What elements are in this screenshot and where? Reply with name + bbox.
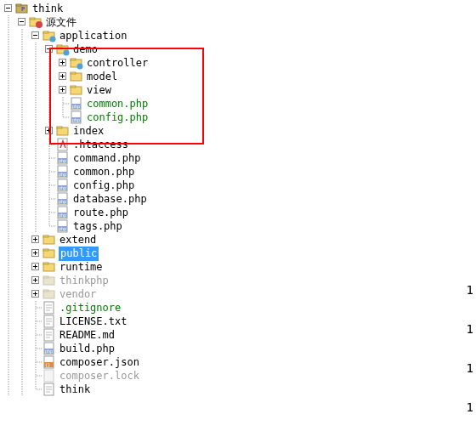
folder-icon <box>42 247 56 260</box>
tree-node-demo-config-php[interactable]: php config.php <box>2 111 476 124</box>
node-label: think <box>59 383 91 397</box>
node-label: composer.json <box>59 355 140 370</box>
svg-rect-117 <box>43 235 48 237</box>
node-label: demo <box>72 43 99 57</box>
json-file-icon: {} <box>42 355 56 369</box>
node-label: config.php <box>86 111 149 125</box>
svg-rect-5 <box>30 18 35 20</box>
tree-node-tags-php[interactable]: php tags.php <box>2 219 476 233</box>
svg-text:P: P <box>21 6 25 13</box>
tree-node-database-php[interactable]: php database.php <box>2 192 476 206</box>
svg-text:php: php <box>45 349 53 354</box>
folder-source-icon <box>70 56 83 70</box>
php-file-icon: php <box>56 151 70 165</box>
tree-node-thinkphp[interactable]: thinkphp <box>2 274 476 287</box>
tree-node-build-php[interactable]: php build.php <box>2 342 476 355</box>
text-file-icon <box>42 315 56 328</box>
expand-icon[interactable] <box>45 127 53 134</box>
svg-rect-133 <box>43 290 48 292</box>
svg-rect-23 <box>71 59 76 60</box>
tree-node-gitignore[interactable]: .gitignore <box>2 301 476 315</box>
tree-node-extend[interactable]: extend <box>2 233 476 247</box>
text-file-icon <box>42 328 56 342</box>
expand-icon[interactable] <box>59 59 66 66</box>
tree-node-source-files[interactable]: 源文件 <box>2 15 476 29</box>
tree-node-common-php[interactable]: php common.php <box>2 165 476 179</box>
tree-node-readme[interactable]: README.md <box>2 328 476 342</box>
folder-icon <box>42 233 56 247</box>
text-file-icon <box>42 383 56 396</box>
expand-icon[interactable] <box>31 290 39 298</box>
line-number-column: 1 1 1 1 <box>467 270 473 427</box>
tree-node-htaccess[interactable]: .htaccess <box>2 138 476 151</box>
tree-node-composer-json[interactable]: {} composer.json <box>2 355 476 369</box>
tree-node-controller[interactable]: controller <box>2 56 476 70</box>
file-ignored-icon <box>42 369 56 383</box>
svg-text:php: php <box>59 199 66 205</box>
node-label: model <box>86 70 118 84</box>
tree-node-demo[interactable]: demo <box>2 43 476 56</box>
node-label: think <box>31 2 64 16</box>
tree-node-application[interactable]: application <box>2 29 476 43</box>
tree-node-route-php[interactable]: php route.php <box>2 206 476 219</box>
collapse-icon[interactable] <box>4 4 12 12</box>
collapse-icon[interactable] <box>31 31 39 39</box>
line-number: 1 <box>467 388 473 427</box>
php-file-icon: php <box>56 179 70 192</box>
expand-icon[interactable] <box>59 72 66 80</box>
tree-node-config-php[interactable]: php config.php <box>2 179 476 192</box>
tree-node-think-file[interactable]: think <box>2 383 476 396</box>
node-label: 源文件 <box>45 15 77 30</box>
node-label: route.php <box>72 206 129 220</box>
expand-icon[interactable] <box>31 263 39 270</box>
folder-source-icon <box>56 43 70 56</box>
expand-icon[interactable] <box>31 249 39 257</box>
svg-rect-30 <box>71 72 76 74</box>
node-label: common.php <box>86 97 149 111</box>
node-label: application <box>59 29 128 43</box>
tree-node-composer-lock[interactable]: composer.lock <box>2 369 476 383</box>
svg-point-6 <box>36 21 42 28</box>
folder-source-icon <box>42 29 56 43</box>
expand-icon[interactable] <box>59 86 66 94</box>
svg-text:php: php <box>59 185 66 191</box>
svg-rect-36 <box>71 86 76 88</box>
expand-icon[interactable] <box>31 235 39 243</box>
project-tree: P think 源文件 application demo controller … <box>0 0 476 396</box>
tree-node-demo-common-php[interactable]: php common.php <box>2 97 476 111</box>
node-label: common.php <box>72 165 135 179</box>
svg-rect-176 <box>44 370 54 382</box>
node-label: command.php <box>72 151 141 166</box>
tree-node-model[interactable]: model <box>2 70 476 83</box>
tree-node-runtime[interactable]: runtime <box>2 260 476 274</box>
tree-node-root[interactable]: P think <box>2 2 476 15</box>
tree-node-vendor[interactable]: vendor <box>2 287 476 301</box>
svg-text:{}: {} <box>45 362 50 367</box>
folder-ignored-icon <box>42 287 56 301</box>
node-label: README.md <box>59 328 116 343</box>
tree-node-public[interactable]: public <box>2 247 476 260</box>
svg-rect-10 <box>43 31 48 33</box>
tree-node-view[interactable]: view <box>2 83 476 97</box>
collapse-icon[interactable] <box>45 45 53 53</box>
svg-text:php: php <box>59 226 66 232</box>
apache-file-icon <box>56 138 70 151</box>
node-label: build.php <box>59 342 116 356</box>
tree-node-command-php[interactable]: php command.php <box>2 151 476 165</box>
svg-text:php: php <box>59 213 66 218</box>
folder-icon <box>70 70 83 83</box>
folder-ignored-icon <box>42 274 56 287</box>
node-label: composer.lock <box>59 369 140 383</box>
svg-rect-59 <box>57 127 62 128</box>
tree-node-license[interactable]: LICENSE.txt <box>2 315 476 328</box>
node-label: index <box>72 124 105 139</box>
collapse-icon[interactable] <box>18 18 26 26</box>
tree-node-index[interactable]: index <box>2 124 476 138</box>
folder-icon <box>56 124 70 138</box>
php-file-icon: php <box>42 342 56 355</box>
node-label: .htaccess <box>72 138 129 152</box>
folder-icon <box>42 260 56 274</box>
expand-icon[interactable] <box>31 276 39 284</box>
node-label: LICENSE.txt <box>59 315 128 329</box>
php-file-icon: php <box>70 97 83 111</box>
